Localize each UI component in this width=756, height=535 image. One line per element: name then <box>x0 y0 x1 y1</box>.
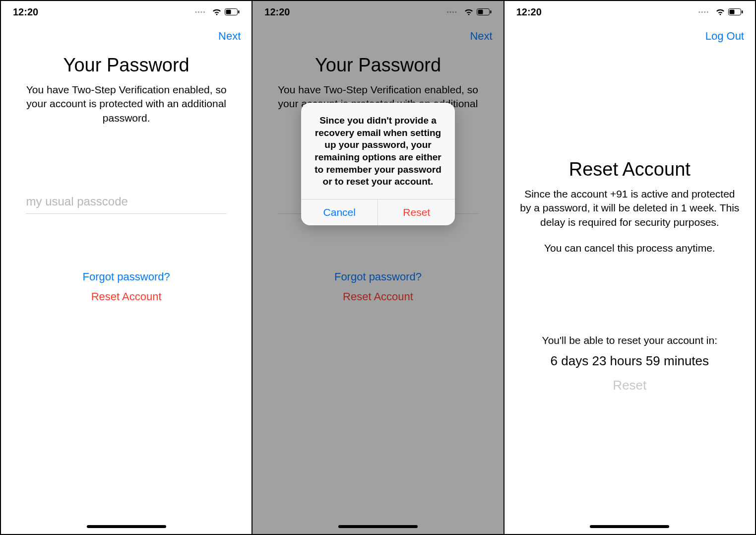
password-input[interactable] <box>26 190 226 214</box>
page-subtitle: You have Two-Step Verification enabled, … <box>15 83 238 125</box>
nav-bar: Log Out <box>504 23 755 50</box>
status-time: 12:20 <box>516 6 630 18</box>
content: Your Password You have Two-Step Verifica… <box>1 55 252 303</box>
screen-password: 12:20 •••• Next Your Password You have T… <box>0 0 252 535</box>
countdown-label: You'll be able to reset your account in: <box>518 334 741 346</box>
reset-button-disabled: Reset <box>518 378 741 393</box>
wifi-icon <box>212 8 222 16</box>
battery-icon <box>728 8 743 15</box>
svg-rect-2 <box>238 10 240 13</box>
cellular-dots-icon: •••• <box>698 9 709 15</box>
countdown-value: 6 days 23 hours 59 minutes <box>518 353 741 369</box>
screen-reset-account: 12:20 •••• Log Out Reset Account Since t… <box>504 0 756 535</box>
home-indicator[interactable] <box>87 525 166 528</box>
page-title: Your Password <box>15 55 238 76</box>
cellular-dots-icon: •••• <box>195 9 206 15</box>
page-title: Reset Account <box>518 159 741 180</box>
reset-button[interactable]: Reset <box>378 200 455 225</box>
svg-rect-7 <box>730 10 735 14</box>
svg-rect-1 <box>226 10 231 14</box>
cancel-button[interactable]: Cancel <box>301 200 378 225</box>
content: Reset Account Since the account +91 is a… <box>504 159 755 393</box>
status-time: 12:20 <box>13 6 126 18</box>
reset-account-link[interactable]: Reset Account <box>15 290 238 303</box>
alert-message: Since you didn't provide a recovery emai… <box>301 103 455 199</box>
status-bar: 12:20 •••• <box>1 1 252 23</box>
alert-buttons: Cancel Reset <box>301 199 455 225</box>
modal-overlay: Since you didn't provide a recovery emai… <box>252 1 503 534</box>
cancel-note: You can cancel this process anytime. <box>518 241 741 255</box>
wifi-icon <box>715 8 725 16</box>
next-button[interactable]: Next <box>218 30 241 43</box>
account-info: Since the account +91 is active and prot… <box>518 187 741 229</box>
screen-password-alert: 12:20 •••• Next Your Password You have T… <box>252 0 504 535</box>
alert-dialog: Since you didn't provide a recovery emai… <box>301 103 455 225</box>
status-bar: 12:20 •••• <box>504 1 755 23</box>
battery-icon <box>225 8 240 15</box>
nav-bar: Next <box>1 23 252 50</box>
svg-rect-8 <box>742 10 743 13</box>
forgot-password-link[interactable]: Forgot password? <box>15 270 238 283</box>
home-indicator[interactable] <box>590 525 669 528</box>
logout-button[interactable]: Log Out <box>705 30 744 43</box>
